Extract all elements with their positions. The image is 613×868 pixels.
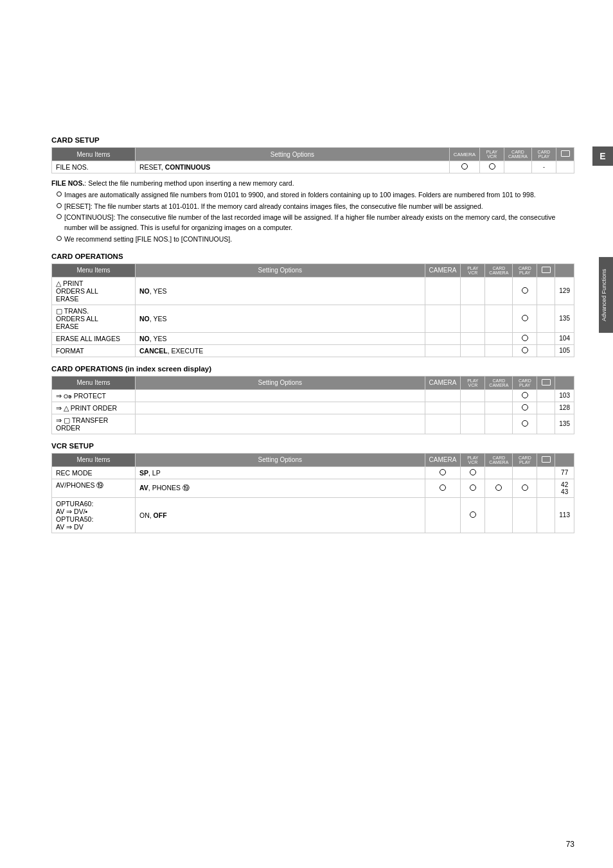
cell-camera-print (425, 277, 461, 305)
cell-play-vcr-file-nos (480, 161, 504, 173)
cell-page-print-order: 128 (555, 402, 574, 414)
setting-option-trans: NO, YES (136, 305, 425, 332)
cell-play-vcr-erase-all (461, 332, 485, 344)
col-camera-3: CAMERA (425, 376, 461, 389)
col-monitor-1 (556, 148, 574, 161)
col-page-3 (555, 376, 574, 389)
table-row: ⇒ ▢ TRANSFER ORDER 135 (52, 414, 574, 434)
cell-play-vcr-av-phones (461, 479, 485, 497)
setting-option-av-phones: AV, PHONES ⑲ (136, 479, 425, 497)
cell-card-camera-erase-all (485, 332, 513, 344)
col-setting-options-3: Setting Options (136, 376, 425, 389)
cell-monitor-erase-all (537, 332, 555, 344)
cell-card-play-file-nos: - (532, 161, 556, 173)
cell-card-camera-transfer-order (485, 414, 513, 434)
table-row: FORMAT CANCEL, EXECUTE 105 (52, 344, 574, 357)
cell-camera-protect (425, 389, 461, 402)
card-setup-table: Menu Items Setting Options CAMERA PLAYVC… (51, 147, 574, 173)
setting-option-format: CANCEL, EXECUTE (136, 344, 425, 357)
cell-card-camera-print (485, 277, 513, 305)
side-tab: Advanced Functions Changing the Settings… (599, 257, 613, 333)
col-menu-items-1: Menu Items (52, 148, 136, 161)
table-row: △ PRINTORDERS ALLERASE NO, YES 129 (52, 277, 574, 305)
cell-play-vcr-trans (461, 305, 485, 332)
menu-item-optura: OPTURA60:AV ⇒ DV/▪OPTURA50:AV ⇒ DV (52, 497, 136, 533)
col-card-play-2: CARD PLAY (513, 263, 537, 277)
col-card-camera-2: CARD CAMERA (485, 263, 513, 277)
cell-camera-erase-all (425, 332, 461, 344)
col-camera-2: CAMERA (425, 263, 461, 277)
cell-card-camera-print-order (485, 402, 513, 414)
cell-card-play-print (513, 277, 537, 305)
setting-option-transfer-order (136, 414, 425, 434)
cell-camera-file-nos (449, 161, 479, 173)
menu-item-rec-mode: REC MODE (52, 466, 136, 479)
cell-monitor-print (537, 277, 555, 305)
cell-camera-transfer-order (425, 414, 461, 434)
cell-card-play-print-order (513, 402, 537, 414)
cell-card-play-erase-all (513, 332, 537, 344)
cell-camera-optura (425, 497, 461, 533)
cell-card-play-av-phones (513, 479, 537, 497)
cell-monitor-protect (537, 389, 555, 402)
cell-page-erase-all: 104 (555, 332, 574, 344)
cell-page-transfer-order: 135 (555, 414, 574, 434)
cell-page-format: 105 (555, 344, 574, 357)
col-setting-options-1: Setting Options (136, 148, 450, 161)
cell-camera-trans (425, 305, 461, 332)
cell-card-play-optura (513, 497, 537, 533)
cell-page-optura: 113 (555, 497, 574, 533)
col-camera-1: CAMERA (449, 148, 479, 161)
setting-option-print: NO, YES (136, 277, 425, 305)
col-camera-4: CAMERA (425, 453, 461, 466)
cell-page-rec-mode: 77 (555, 466, 574, 479)
setting-option-print-order (136, 402, 425, 414)
cell-card-camera-protect (485, 389, 513, 402)
cell-monitor-print-order (537, 402, 555, 414)
col-card-play-1: CARDPLAY (532, 148, 556, 161)
cell-card-camera-trans (485, 305, 513, 332)
cell-camera-av-phones (425, 479, 461, 497)
cell-card-play-protect (513, 389, 537, 402)
cell-monitor-rec-mode (537, 466, 555, 479)
cell-page-print: 129 (555, 277, 574, 305)
menu-item-transfer-order: ⇒ ▢ TRANSFER ORDER (52, 414, 136, 434)
cell-monitor-format (537, 344, 555, 357)
cell-card-camera-av-phones (485, 479, 513, 497)
setting-option-optura: ON, OFF (136, 497, 425, 533)
menu-item-print-order: ⇒ △ PRINT ORDER (52, 402, 136, 414)
setting-option-file-nos: RESET, CONTINUOUS (136, 161, 450, 173)
cell-card-play-format (513, 344, 537, 357)
col-play-vcr-1: PLAYVCR (480, 148, 504, 161)
cell-card-play-trans (513, 305, 537, 332)
menu-item-protect: ⇒ Oә PROTECT (52, 389, 136, 402)
cell-play-vcr-rec-mode (461, 466, 485, 479)
cell-camera-print-order (425, 402, 461, 414)
page-number: 73 (566, 840, 574, 849)
card-operations-title: CARD OPERATIONS (51, 252, 574, 260)
col-menu-items-2: Menu Items (52, 263, 136, 277)
setting-option-erase-all: NO, YES (136, 332, 425, 344)
menu-item-file-nos: FILE NOS. (52, 161, 136, 173)
cell-monitor-av-phones (537, 479, 555, 497)
cell-page-av-phones: 4243 (555, 479, 574, 497)
file-nos-description: FILE NOS.: Select the file numbering met… (51, 179, 574, 245)
cell-card-play-transfer-order (513, 414, 537, 434)
menu-item-av-phones: AV/PHONES ⑲ (52, 479, 136, 497)
table-row: ⇒ △ PRINT ORDER 128 (52, 402, 574, 414)
cell-page-trans: 135 (555, 305, 574, 332)
cell-card-camera-file-nos (504, 161, 532, 173)
col-play-vcr-4: PLAY VCR (461, 453, 485, 466)
cell-monitor-transfer-order (537, 414, 555, 434)
vcr-setup-table: Menu Items Setting Options CAMERA PLAY V… (51, 453, 574, 533)
table-row: ERASE ALL IMAGES NO, YES 104 (52, 332, 574, 344)
col-setting-options-4: Setting Options (136, 453, 425, 466)
card-ops-index-title: CARD OPERATIONS (in index screen display… (51, 365, 574, 373)
cell-camera-format (425, 344, 461, 357)
col-card-camera-3: CARD CAMERA (485, 376, 513, 389)
menu-item-format: FORMAT (52, 344, 136, 357)
col-card-camera-1: CARDCAMERA (504, 148, 532, 161)
cell-play-vcr-protect (461, 389, 485, 402)
col-play-vcr-3: PLAY VCR (461, 376, 485, 389)
cell-monitor-optura (537, 497, 555, 533)
